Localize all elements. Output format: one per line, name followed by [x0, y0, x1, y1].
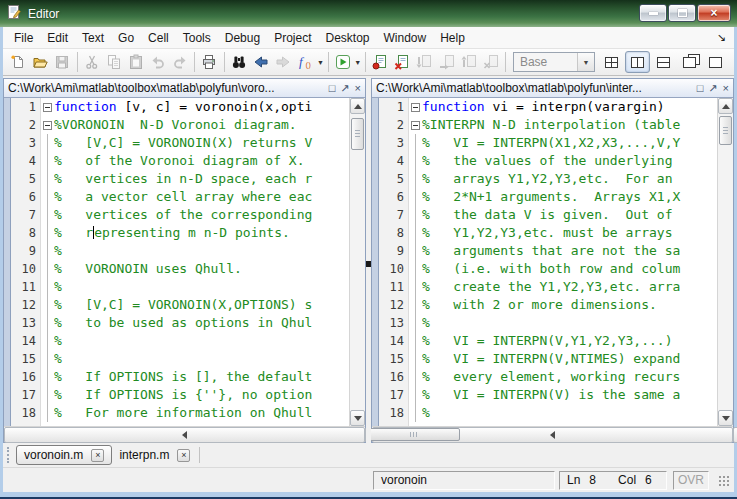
- code-fold-collapse-icon[interactable]: [43, 121, 52, 130]
- menu-item-edit[interactable]: Edit: [40, 29, 75, 47]
- code-line[interactable]: % vertices in n-D space, each r: [54, 170, 349, 188]
- chevron-down-icon[interactable]: ▼: [577, 53, 594, 71]
- fold-cell[interactable]: [409, 116, 422, 134]
- code-line[interactable]: %: [54, 332, 349, 350]
- menu-item-go[interactable]: Go: [111, 29, 141, 47]
- menu-item-tools[interactable]: Tools: [176, 29, 218, 47]
- pane-splitter[interactable]: [366, 78, 371, 443]
- code-line[interactable]: % If OPTIONS is {''}, no option: [54, 386, 349, 404]
- close-button[interactable]: ×: [697, 4, 731, 22]
- menu-item-debug[interactable]: Debug: [218, 29, 267, 47]
- code-line[interactable]: % of the Voronoi diagram of X.: [54, 152, 349, 170]
- pane-close-button[interactable]: ×: [355, 83, 361, 94]
- horizontal-scrollbar[interactable]: [4, 426, 365, 442]
- code-line[interactable]: % VI = INTERPN(V,Y1,Y2,Y3,...): [422, 332, 717, 350]
- code-fold-collapse-icon[interactable]: [43, 103, 52, 112]
- clear-breakpoints-button[interactable]: [391, 51, 413, 73]
- tile-vertical-split-button[interactable]: [625, 51, 650, 73]
- breakpoint-gutter[interactable]: [372, 98, 379, 426]
- code-line[interactable]: %: [54, 278, 349, 296]
- save-button[interactable]: [51, 51, 73, 73]
- new-file-button[interactable]: [7, 51, 29, 73]
- code-line[interactable]: % a vector cell array where eac: [54, 188, 349, 206]
- code-line[interactable]: % Y1,Y2,Y3,etc. must be arrays: [422, 224, 717, 242]
- scroll-right-button[interactable]: [733, 427, 737, 443]
- tile-grid-button[interactable]: [599, 51, 624, 73]
- stack-combo[interactable]: Base▼: [513, 52, 595, 72]
- pane-undock-button[interactable]: ↗: [340, 83, 349, 94]
- code-line[interactable]: %VORONOIN N-D Voronoi diagram.: [54, 116, 349, 134]
- code-line[interactable]: % with 2 or more dimensions.: [422, 296, 717, 314]
- function-handle-button[interactable]: f(): [294, 51, 316, 73]
- tile-horizontal-split-button[interactable]: [651, 51, 676, 73]
- menu-item-window[interactable]: Window: [377, 29, 434, 47]
- code-area[interactable]: function vi = interpn(varargin)%INTERPN …: [422, 98, 717, 426]
- splitter-handle-icon[interactable]: [366, 261, 371, 267]
- copy-button[interactable]: [103, 51, 125, 73]
- run-button[interactable]: [331, 51, 353, 73]
- pane-maximize-button[interactable]: □: [329, 83, 336, 94]
- code-line[interactable]: % [V,C] = VORONOIN(X,OPTIONS) s: [54, 296, 349, 314]
- code-line[interactable]: % vertices of the corresponding: [54, 206, 349, 224]
- code-fold-gutter[interactable]: [41, 98, 54, 426]
- horizontal-scroll-thumb[interactable]: [367, 428, 460, 441]
- code-line[interactable]: % [V,C] = VORONOIN(X) returns V: [54, 134, 349, 152]
- code-line[interactable]: % For more information on Qhull: [54, 404, 349, 422]
- scroll-down-button[interactable]: [718, 410, 733, 426]
- scroll-up-button[interactable]: [350, 98, 365, 114]
- code-line[interactable]: % VORONOIN uses Qhull.: [54, 260, 349, 278]
- undo-button[interactable]: [147, 51, 169, 73]
- resize-grip[interactable]: [717, 474, 730, 487]
- vertical-scrollbar[interactable]: [717, 98, 733, 426]
- menu-item-cell[interactable]: Cell: [141, 29, 176, 47]
- cut-button[interactable]: [80, 51, 102, 73]
- code-line[interactable]: % If OPTIONS is [], the default: [54, 368, 349, 386]
- vertical-scroll-track[interactable]: [718, 114, 733, 410]
- tab-close-icon[interactable]: ×: [177, 449, 190, 462]
- vertical-scroll-thumb[interactable]: [719, 116, 732, 145]
- paste-button[interactable]: [125, 51, 147, 73]
- code-line[interactable]: %: [54, 350, 349, 368]
- code-line[interactable]: % arrays Y1,Y2,Y3,etc. For an: [422, 170, 717, 188]
- code-line[interactable]: %: [422, 314, 717, 332]
- code-line[interactable]: function vi = interpn(varargin): [422, 98, 717, 116]
- code-line[interactable]: %INTERPN N-D interpolation (table: [422, 116, 717, 134]
- tabbar-grip-icon[interactable]: [7, 447, 10, 463]
- maximize-button[interactable]: [668, 4, 696, 22]
- code-fold-gutter[interactable]: [409, 98, 422, 426]
- fold-cell[interactable]: [409, 98, 422, 116]
- code-line[interactable]: % VI = INTERPN(V) is the same a: [422, 386, 717, 404]
- pane-title-bar[interactable]: C:\Work\Ami\matlab\toolbox\matlab\polyfu…: [4, 79, 365, 98]
- code-fold-collapse-icon[interactable]: [411, 103, 420, 112]
- tab-voronoin-m[interactable]: voronoin.m×: [16, 445, 112, 465]
- vertical-scroll-thumb[interactable]: [351, 118, 364, 150]
- scroll-down-button[interactable]: [350, 410, 365, 426]
- vertical-scrollbar[interactable]: [349, 98, 365, 426]
- code-line[interactable]: %: [422, 404, 717, 422]
- code-line[interactable]: % every element, working recurs: [422, 368, 717, 386]
- menu-item-project[interactable]: Project: [267, 29, 318, 47]
- tile-cascade-button[interactable]: [677, 51, 702, 73]
- pane-undock-button[interactable]: ↗: [708, 83, 717, 94]
- code-line[interactable]: % VI = INTERPN(X1,X2,X3,...,V,Y: [422, 134, 717, 152]
- code-line[interactable]: % (i.e. with both row and colum: [422, 260, 717, 278]
- fold-cell[interactable]: [41, 116, 54, 134]
- code-line[interactable]: % the data V is given. Out of: [422, 206, 717, 224]
- menu-item-help[interactable]: Help: [433, 29, 472, 47]
- pane-maximize-button[interactable]: □: [697, 83, 704, 94]
- code-area[interactable]: function [v, c] = voronoin(x,opti%VORONO…: [54, 98, 349, 426]
- menu-item-desktop[interactable]: Desktop: [318, 29, 376, 47]
- pane-title-bar[interactable]: C:\Work\Ami\matlab\toolbox\matlab\polyfu…: [372, 79, 733, 98]
- menu-item-file[interactable]: File: [7, 29, 40, 47]
- menu-item-text[interactable]: Text: [75, 29, 111, 47]
- code-line[interactable]: % to be used as options in Qhul: [54, 314, 349, 332]
- step-in-button[interactable]: [435, 51, 457, 73]
- minimize-button[interactable]: [639, 4, 667, 22]
- tab-close-icon[interactable]: ×: [91, 449, 104, 462]
- breakpoint-gutter[interactable]: [4, 98, 11, 426]
- code-line[interactable]: % 2*N+1 arguments. Arrays X1,X: [422, 188, 717, 206]
- pane-close-button[interactable]: ×: [723, 83, 729, 94]
- title-bar[interactable]: Editor ×: [0, 0, 737, 27]
- code-fold-collapse-icon[interactable]: [411, 121, 420, 130]
- step-button[interactable]: [413, 51, 435, 73]
